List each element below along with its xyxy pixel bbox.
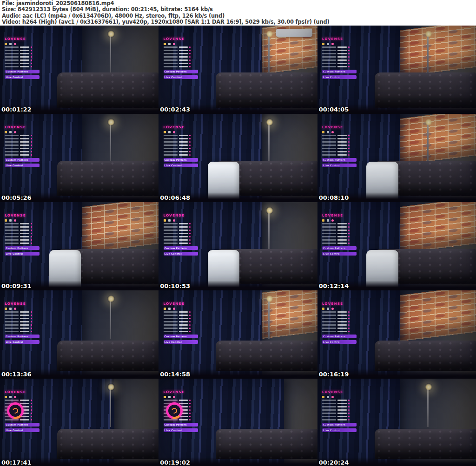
timestamp-badge: 00:19:02 xyxy=(160,459,190,466)
menu-label-bar xyxy=(164,56,178,58)
menu-price-dot xyxy=(189,321,191,322)
menu-label-bar xyxy=(164,236,178,237)
lovense-brand-label: Lovense xyxy=(5,125,46,129)
tip-menu-row xyxy=(5,59,46,61)
menu-label-bar xyxy=(5,63,19,64)
menu-price-dot xyxy=(31,226,32,228)
menu-label-bar xyxy=(5,311,19,313)
menu-label-bar xyxy=(164,239,178,241)
menu-price-dot xyxy=(189,311,191,313)
menu-value-bar xyxy=(179,243,188,244)
menu-value-bar xyxy=(179,223,188,224)
heart-icon xyxy=(331,308,334,310)
menu-value-bar xyxy=(179,331,188,332)
live-control-chip: Live Control xyxy=(164,164,198,167)
menu-price-dot xyxy=(348,63,350,64)
menu-label-bar xyxy=(164,226,178,228)
lovense-brand-label: Lovense xyxy=(164,390,205,394)
tip-menu-row xyxy=(5,154,46,156)
heart-icon xyxy=(14,43,16,45)
tip-menu-row xyxy=(164,226,205,228)
menu-icon-row xyxy=(164,396,205,398)
menu-value-bar xyxy=(179,328,188,329)
menu-label-bar xyxy=(164,141,178,143)
menu-label-bar xyxy=(322,236,336,237)
menu-label-bar xyxy=(164,66,178,67)
tip-menu-overlay: Lovense Custom Pattern Live Control xyxy=(164,214,205,256)
menu-label-bar xyxy=(164,328,178,329)
timestamp-badge: 00:13:36 xyxy=(1,371,32,378)
tip-menu-row xyxy=(164,135,205,137)
menu-price-dot xyxy=(189,223,191,224)
size-line: Size: 842912313 bytes (804 MiB), duratio… xyxy=(2,7,474,13)
menu-label-bar xyxy=(5,141,19,143)
menu-label-bar xyxy=(322,135,336,136)
menu-label-bar xyxy=(5,321,19,322)
tip-menu-row xyxy=(322,46,364,48)
menu-label-bar xyxy=(164,321,178,322)
menu-price-dot xyxy=(348,413,350,414)
tip-menu-row xyxy=(5,239,46,241)
menu-value-bar xyxy=(337,318,347,319)
menu-price-dot xyxy=(348,328,350,329)
custom-pattern-chip: Custom Pattern xyxy=(164,70,198,73)
menu-price-dot xyxy=(31,138,32,139)
menu-price-dot xyxy=(31,148,32,149)
menu-price-dot xyxy=(189,151,191,152)
tip-menu-row xyxy=(164,233,205,235)
timestamp-badge: 00:20:24 xyxy=(319,459,349,466)
video-thumbnail: Lovense Custom Pattern Live Control 00: xyxy=(0,26,159,114)
menu-price-dot xyxy=(31,63,32,64)
menu-value-bar xyxy=(179,419,188,420)
menu-value-bar xyxy=(337,59,347,61)
heart-icon xyxy=(173,131,175,133)
heart-icon xyxy=(173,308,175,310)
tip-menu-row xyxy=(322,151,364,153)
menu-price-dot xyxy=(31,154,32,156)
tip-menu-row xyxy=(164,318,205,320)
timestamp-badge: 00:16:19 xyxy=(319,371,349,378)
menu-price-dot xyxy=(31,311,32,313)
timestamp-badge: 00:17:41 xyxy=(1,459,32,466)
tip-menu-row xyxy=(164,59,205,61)
menu-label-bar xyxy=(322,419,336,420)
tip-menu-row xyxy=(322,233,364,235)
menu-label-bar xyxy=(5,239,19,241)
menu-value-bar xyxy=(337,154,347,156)
menu-icon-row xyxy=(5,396,46,398)
menu-price-dot xyxy=(348,311,350,313)
tip-menu-row xyxy=(322,324,364,326)
timestamp-badge: 00:10:53 xyxy=(160,282,190,289)
menu-value-bar xyxy=(179,53,188,54)
tip-menu-row xyxy=(322,230,364,231)
menu-label-bar xyxy=(164,50,178,51)
menu-value-bar xyxy=(337,223,347,224)
menu-price-dot xyxy=(348,141,350,143)
tip-menu-row xyxy=(5,135,46,137)
video-thumbnail: Lovense Custom Pattern Live Control 00: xyxy=(0,290,159,379)
menu-price-dot xyxy=(189,63,191,64)
menu-label-bar xyxy=(322,50,336,51)
menu-price-dot xyxy=(348,46,350,48)
menu-value-bar xyxy=(20,400,29,401)
menu-price-dot xyxy=(189,400,191,401)
menu-label-bar xyxy=(164,154,178,156)
menu-label-bar xyxy=(5,56,19,58)
menu-label-bar xyxy=(164,400,178,401)
tip-menu-row xyxy=(322,239,364,241)
menu-label-bar xyxy=(5,318,19,319)
menu-label-bar xyxy=(5,315,19,316)
tip-menu-row xyxy=(5,233,46,235)
tip-menu-row xyxy=(322,400,364,401)
menu-price-dot xyxy=(189,409,191,411)
live-control-chip: Live Control xyxy=(5,252,40,256)
menu-value-bar xyxy=(179,154,188,156)
menu-price-dot xyxy=(31,406,32,407)
tip-menu-row xyxy=(5,315,46,316)
tip-menu-row xyxy=(5,141,46,143)
menu-value-bar xyxy=(179,66,188,67)
menu-price-dot xyxy=(31,403,32,404)
menu-value-bar xyxy=(179,141,188,143)
tip-menu-row xyxy=(322,154,364,156)
menu-value-bar xyxy=(337,236,347,237)
